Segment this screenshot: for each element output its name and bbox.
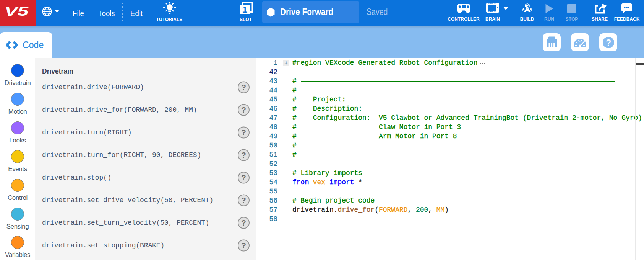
svg-text:?: ? [605, 38, 611, 47]
svg-text:1: 1 [242, 5, 247, 15]
